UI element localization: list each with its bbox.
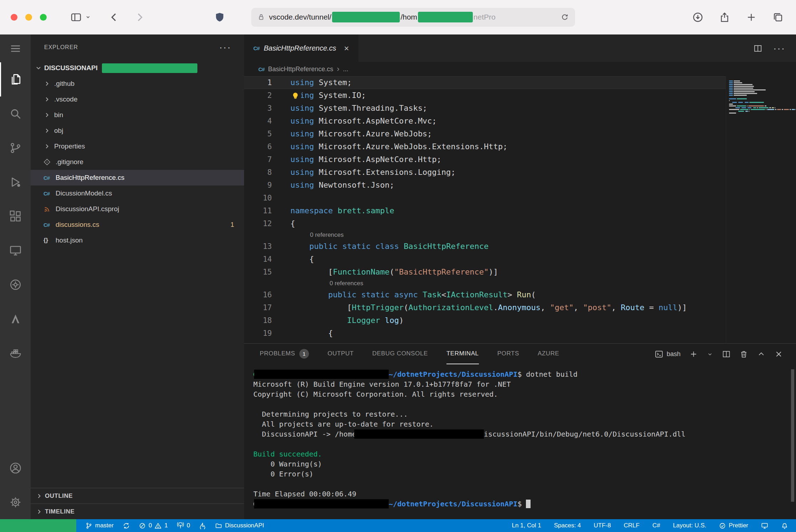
panel-tab-output[interactable]: OUTPUT	[327, 344, 353, 364]
status-utf-8[interactable]: UTF-8	[594, 522, 611, 529]
new-terminal-icon[interactable]	[689, 350, 698, 359]
breadcrumb-file[interactable]: BasicHttpReference.cs	[268, 66, 333, 73]
breadcrumb[interactable]: C# BasicHttpReference.cs › ...	[244, 62, 796, 76]
tab-overview-button[interactable]	[772, 11, 784, 23]
reload-icon[interactable]	[560, 12, 569, 22]
explorer-item-basichttpreference-cs[interactable]: C#BasicHttpReference.cs	[31, 170, 244, 186]
split-editor-icon[interactable]	[753, 44, 763, 53]
explorer-item-discussions-cs[interactable]: C#discussions.cs1	[31, 217, 244, 233]
code-line-15[interactable]: 15 [FunctionName("BasicHttpReference")]	[244, 266, 796, 278]
menu-icon[interactable]	[0, 35, 31, 62]
chevron-down-icon[interactable]	[84, 13, 92, 21]
prettier-status[interactable]: Prettier	[719, 522, 748, 529]
settings-sync-icon[interactable]	[0, 267, 31, 302]
status-layout-u-s[interactable]: Layout: U.S.	[673, 522, 707, 529]
source-control-icon[interactable]	[0, 131, 31, 165]
remote-explorer-icon[interactable]	[0, 233, 31, 267]
problems-status[interactable]: 0 1	[139, 522, 168, 529]
explorer-item-properties[interactable]: Properties	[31, 139, 244, 154]
explorer-item-vscode[interactable]: .vscode	[31, 92, 244, 107]
close-panel-icon[interactable]	[774, 350, 783, 359]
sidebar-section-timeline[interactable]: TIMELINE	[31, 504, 244, 519]
status-c[interactable]: C#	[652, 522, 660, 529]
close-window-button[interactable]	[11, 14, 17, 21]
remote-indicator-redaction[interactable]	[0, 519, 76, 532]
project-status[interactable]: DiscussionAPI	[215, 522, 264, 529]
maximize-panel-icon[interactable]	[757, 350, 766, 359]
address-bar[interactable]: vscode.dev/tunnel/ /hom netPro	[251, 8, 575, 27]
forward-button[interactable]	[134, 11, 145, 23]
zoom-window-button[interactable]	[40, 14, 47, 21]
split-terminal-icon[interactable]	[722, 350, 731, 359]
explorer-more-actions-icon[interactable]: ···	[219, 46, 231, 49]
terminal-output[interactable]: ~/dotnetProjects/DiscussionAPI$ dotnet b…	[244, 364, 796, 509]
code-editor[interactable]: 1using System;2using System.IO;3using Sy…	[244, 76, 796, 343]
explorer-item-gitignore[interactable]: .gitignore	[31, 154, 244, 170]
account-icon[interactable]	[0, 451, 31, 485]
code-line-4[interactable]: 4using Microsoft.AspNetCore.Mvc;	[244, 115, 796, 127]
minimap[interactable]	[726, 76, 796, 343]
terminal-dropdown-icon[interactable]	[707, 351, 713, 358]
status-crlf[interactable]: CRLF	[624, 522, 640, 529]
editor-more-actions-icon[interactable]: ···	[773, 47, 785, 50]
breadcrumb-more[interactable]: ...	[343, 66, 348, 73]
azure-icon[interactable]	[0, 302, 31, 336]
git-branch-status[interactable]: master	[86, 522, 114, 529]
close-tab-icon[interactable]: ×	[344, 43, 349, 53]
code-line-2[interactable]: 2using System.IO;	[244, 89, 796, 102]
sidebar-toggle-icon[interactable]	[70, 11, 82, 23]
terminal-scrollbar[interactable]	[791, 369, 794, 502]
code-line-1[interactable]: 1using System;	[244, 76, 796, 89]
explorer-icon[interactable]	[0, 62, 31, 97]
explorer-item-discussionapi-csproj[interactable]: DiscussionAPI.csproj	[31, 201, 244, 217]
explorer-item-dicussionmodel-cs[interactable]: C#DicussionModel.cs	[31, 186, 244, 201]
notifications-bell-icon[interactable]	[781, 522, 788, 529]
azurite-status[interactable]	[199, 522, 206, 529]
code-line-12[interactable]: 12{	[244, 217, 796, 230]
code-line-5[interactable]: 5using Microsoft.Azure.WebJobs;	[244, 127, 796, 140]
share-button[interactable]	[719, 11, 730, 23]
explorer-root-folder[interactable]: DISCUSSIONAPI	[31, 60, 244, 76]
codelens-references[interactable]: 0 references	[244, 278, 796, 288]
code-line-7[interactable]: 7using Microsoft.AspNetCore.Http;	[244, 153, 796, 166]
run-debug-icon[interactable]	[0, 165, 31, 199]
downloads-button[interactable]	[692, 11, 704, 23]
sidebar-section-outline[interactable]: OUTLINE	[31, 488, 244, 504]
code-line-8[interactable]: 8using Microsoft.Extensions.Logging;	[244, 166, 796, 179]
explorer-item-bin[interactable]: bin	[31, 107, 244, 123]
terminal-profile-selector[interactable]: bash	[655, 350, 681, 359]
sync-status[interactable]	[123, 522, 130, 529]
search-icon[interactable]	[0, 97, 31, 131]
code-line-3[interactable]: 3using System.Threading.Tasks;	[244, 102, 796, 115]
panel-tab-azure[interactable]: AZURE	[538, 344, 559, 364]
code-line-11[interactable]: 11namespace brett.sample	[244, 204, 796, 217]
code-line-13[interactable]: 13 public static class BasicHttpReferenc…	[244, 240, 796, 253]
codelens-references[interactable]: 0 references	[244, 230, 796, 240]
quick-fix-lightbulb-icon[interactable]	[290, 90, 301, 101]
explorer-item-github[interactable]: .github	[31, 76, 244, 92]
code-line-10[interactable]: 10	[244, 192, 796, 204]
panel-tab-problems[interactable]: PROBLEMS1	[260, 344, 309, 364]
code-line-17[interactable]: 17 [HttpTrigger(AuthorizationLevel.Anony…	[244, 301, 796, 314]
code-line-16[interactable]: 16 public static async Task<IActionResul…	[244, 288, 796, 301]
code-line-14[interactable]: 14 {	[244, 253, 796, 266]
desktop-icon[interactable]	[761, 522, 768, 529]
extensions-icon[interactable]	[0, 199, 31, 233]
code-line-6[interactable]: 6using Microsoft.Azure.WebJobs.Extension…	[244, 140, 796, 153]
explorer-item-host-json[interactable]: {}host.json	[31, 233, 244, 248]
panel-tab-ports[interactable]: PORTS	[497, 344, 519, 364]
privacy-shield-icon[interactable]	[214, 11, 226, 23]
explorer-item-obj[interactable]: obj	[31, 123, 244, 139]
back-button[interactable]	[108, 11, 120, 23]
code-line-18[interactable]: 18 ILogger log)	[244, 314, 796, 327]
code-line-9[interactable]: 9using Newtonsoft.Json;	[244, 179, 796, 192]
ports-status[interactable]: 0	[177, 522, 190, 529]
panel-tab-terminal[interactable]: TERMINAL	[446, 344, 479, 364]
docker-icon[interactable]	[0, 336, 31, 370]
code-line-19[interactable]: 19 {	[244, 327, 796, 340]
tab-basichttpreference[interactable]: C# BasicHttpReference.cs ×	[244, 35, 358, 62]
kill-terminal-icon[interactable]	[739, 350, 748, 359]
status-spaces-4[interactable]: Spaces: 4	[554, 522, 581, 529]
panel-tab-debug-console[interactable]: DEBUG CONSOLE	[372, 344, 428, 364]
new-tab-button[interactable]	[745, 11, 757, 23]
